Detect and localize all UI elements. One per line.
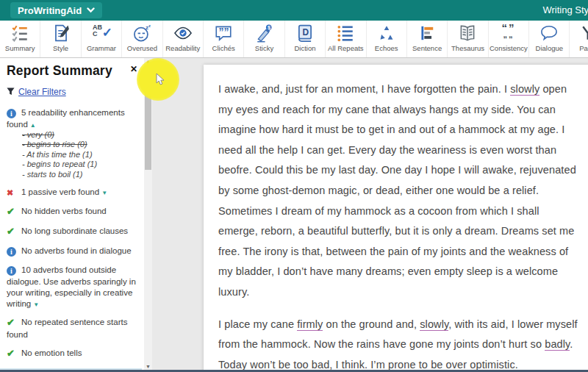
echoes-icon <box>377 24 396 43</box>
toolbar-item-label: Consistency <box>490 44 528 52</box>
toolbar-item-label: Sentence <box>412 44 442 52</box>
adverb-highlight[interactable]: badly <box>545 338 570 351</box>
toolbar-item-label: Diction <box>294 44 315 52</box>
sticky-icon: $ <box>255 24 274 43</box>
mouse-cursor-icon <box>156 73 166 89</box>
document-page[interactable]: I awake, and, just for an moment, I have… <box>204 65 588 370</box>
svg-text:$: $ <box>267 24 270 31</box>
adverb-highlight[interactable]: firmly <box>297 318 323 331</box>
text-run: I place my cane <box>218 318 297 330</box>
report-item[interactable]: i5 readability enhancements found▲- very… <box>7 107 136 179</box>
paragraph[interactable]: I awake, and, just for an moment, I have… <box>218 79 580 303</box>
report-item-text: 1 passive verb found <box>21 187 99 196</box>
report-item-text: No adverbs found in dialogue <box>21 246 132 255</box>
report-subitem[interactable]: - starts to boil (1) <box>7 170 136 180</box>
toolbar-item-label: Readability <box>165 44 200 52</box>
toolbar-item-summary[interactable]: Summary <box>0 21 40 57</box>
toolbar-item-label: Thesaurus <box>451 44 484 52</box>
close-icon[interactable]: ✕ <box>130 64 137 74</box>
report-item[interactable]: i10 adverbs found outside dialogue. Use … <box>7 265 136 310</box>
report-subitem[interactable]: - At this time the (1) <box>7 150 136 160</box>
cross-icon: ✖ <box>7 187 21 198</box>
check-icon: ✔ <box>7 348 21 360</box>
paragraph[interactable]: I place my cane firmly on the ground and… <box>218 315 580 370</box>
toolbar-item-thesaurus[interactable]: Thesaurus <box>448 21 488 57</box>
toolbar-item-sticky[interactable]: $Sticky <box>244 21 284 57</box>
filter-icon <box>7 85 15 99</box>
summary-icon <box>10 24 29 43</box>
toolbar-item-echoes[interactable]: Echoes <box>367 21 407 57</box>
adverb-highlight[interactable]: slowly <box>420 318 448 331</box>
report-list: i5 readability enhancements found▲- very… <box>7 107 136 370</box>
report-item-text: No emotion tells <box>21 348 82 357</box>
text-run: on the ground and, <box>323 318 420 330</box>
toggle-down-icon[interactable]: ▼ <box>101 190 107 196</box>
top-bar: ProWritingAid Writing Styl <box>0 0 588 21</box>
writing-style-label[interactable]: Writing Styl <box>543 4 588 15</box>
report-item-text: 5 readability enhancements found <box>7 108 125 129</box>
toolbar-item-readability[interactable]: Readability <box>163 21 204 57</box>
pacing-icon <box>581 24 588 43</box>
editor-area: I awake, and, just for an moment, I have… <box>152 58 588 370</box>
report-item[interactable]: iNo adverbs found in dialogue <box>7 246 136 257</box>
report-item[interactable]: ✔No long subordinate clauses <box>7 226 136 238</box>
report-subitem[interactable]: - begins to rise (0) <box>7 140 136 150</box>
toggle-down-icon[interactable]: ▼ <box>33 301 39 308</box>
report-item[interactable]: ✖1 passive verb found▼ <box>7 187 136 198</box>
toolbar-item-dialogue[interactable]: Dialogue <box>529 21 570 57</box>
info-icon: i <box>7 265 21 276</box>
readability-icon <box>173 24 193 43</box>
toolbar-item-label: Clichés <box>212 44 235 52</box>
toolbar-item-label: Grammar <box>87 44 116 52</box>
clear-filters-button[interactable]: Clear Filters <box>7 85 136 99</box>
info-icon: i <box>7 246 21 257</box>
report-item-text: 10 adverbs found outside dialogue. Use a… <box>7 265 136 308</box>
consistency-icon: “”„„ <box>499 24 518 43</box>
toolbar-item-consistency[interactable]: “”„„Consistency <box>489 21 529 57</box>
sentence-icon <box>417 24 437 43</box>
report-item[interactable]: ✔No hidden verbs found <box>7 206 136 218</box>
toolbar-item-sentence[interactable]: Sentence <box>407 21 448 57</box>
report-item[interactable]: ✔No repeated sentence starts found <box>7 317 136 340</box>
toggle-up-icon[interactable]: ▲ <box>30 122 36 129</box>
toolbar-item-overused[interactable]: zzOverused <box>122 21 162 57</box>
check-icon: ✔ <box>7 206 21 218</box>
svg-text:””: ”” <box>219 26 229 37</box>
report-item-text: No repeated sentence starts found <box>7 318 127 339</box>
toolbar-item-label: All Repeats <box>328 44 364 52</box>
prowritingaid-app: ProWritingAid Writing Styl SummaryStyleA… <box>0 0 588 372</box>
toolbar-item-grammar[interactable]: ABC✓Grammar <box>82 21 122 57</box>
toolbar-item-style[interactable]: Style <box>40 21 81 57</box>
style-icon <box>51 24 71 43</box>
toolbar-item-diction[interactable]: DDiction <box>285 21 326 57</box>
toolbar-item-label: Echoes <box>375 44 398 52</box>
report-subitem[interactable]: - very (0) <box>7 130 136 140</box>
report-item-text: No long subordinate clauses <box>21 226 128 235</box>
thesaurus-icon <box>458 24 477 43</box>
toolbar-item-cliches[interactable]: ””Clichés <box>204 21 244 57</box>
toolbar-item-label: Summary <box>5 44 35 52</box>
toolbar-item-label: Pacing <box>579 44 588 52</box>
toolbar-item-label: Style <box>53 44 68 52</box>
toolbar-item-all-repeats[interactable]: All Repeats <box>326 21 366 57</box>
report-subitem-list: - very (0)- begins to rise (0)- At this … <box>7 130 136 180</box>
adverb-highlight[interactable]: slowly <box>510 83 539 96</box>
toolbar: SummaryStyleABC✓GrammarzzOverusedReadabi… <box>0 21 588 58</box>
text-run: open my eyes and reach for my cane that … <box>218 83 576 298</box>
brand-menu-button[interactable]: ProWritingAid <box>10 2 102 18</box>
clear-filters-label: Clear Filters <box>18 87 66 97</box>
panel-title: Report Summary <box>7 63 136 79</box>
grammar-icon: ABC✓ <box>92 24 111 43</box>
scroll-down-icon[interactable]: ▼ <box>144 364 152 369</box>
sidebar-scrollbar[interactable]: ▲ ▼ <box>144 58 152 370</box>
report-summary-panel: Report Summary ✕ Clear Filters i5 readab… <box>0 58 142 370</box>
dialogue-icon <box>539 24 559 43</box>
report-item[interactable]: ✔No emotion tells <box>7 348 136 360</box>
toolbar-item-pacing[interactable]: Pacing <box>570 21 588 57</box>
text-run: I awake, and, just for an moment, I have… <box>218 83 510 95</box>
click-highlight <box>137 58 179 101</box>
overused-icon: zz <box>132 24 151 43</box>
svg-text:z: z <box>148 24 151 28</box>
svg-text:D: D <box>302 27 309 37</box>
report-subitem[interactable]: - begins to repeat (1) <box>7 160 136 170</box>
